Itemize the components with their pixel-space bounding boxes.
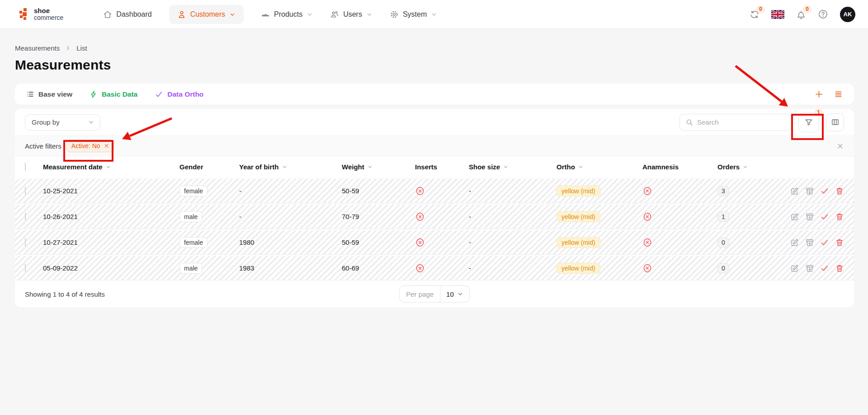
column-header-shoe-size[interactable]: Shoe size — [469, 163, 557, 171]
tab-data-ortho[interactable]: Data Ortho — [155, 90, 203, 98]
sync-button[interactable]: 0 — [750, 9, 760, 19]
nav-item-customers[interactable]: Customers — [169, 5, 244, 24]
column-header-ortho[interactable]: Ortho — [557, 163, 642, 171]
table-row: 10-26-2021male-70-79-yellow (mid)1 — [15, 203, 854, 229]
tab-basic-data[interactable]: Basic Data — [90, 90, 137, 98]
cell-weight: 60-69 — [342, 264, 415, 272]
approve-row-button[interactable] — [820, 238, 829, 247]
nav-item-products[interactable]: Products — [261, 10, 313, 19]
cell-weight: 50-59 — [342, 187, 415, 195]
approve-row-button[interactable] — [820, 212, 829, 221]
help-button[interactable] — [818, 9, 828, 19]
breadcrumb: Measurements List — [15, 44, 854, 52]
archive-row-button[interactable] — [805, 187, 814, 196]
delete-row-button[interactable] — [835, 264, 844, 273]
language-flag-uk[interactable] — [771, 10, 784, 19]
cell-measurement-date: 10-26-2021 — [43, 213, 179, 220]
user-avatar[interactable]: AK — [840, 7, 855, 22]
cell-year-of-birth: 1983 — [239, 264, 342, 272]
add-view-icon[interactable] — [814, 89, 824, 99]
top-navigation: shoe commerce Dashboard Customers Produc… — [0, 0, 868, 29]
delete-row-button[interactable] — [835, 187, 844, 196]
archive-row-button[interactable] — [805, 238, 814, 247]
orders-count-badge: 0 — [717, 263, 729, 273]
gender-badge: male — [179, 211, 202, 222]
nav-label-products: Products — [274, 10, 302, 19]
check-icon — [155, 90, 163, 98]
column-header-weight[interactable]: Weight — [342, 163, 415, 171]
table-body: 10-25-2021female-50-59-yellow (mid)310-2… — [15, 177, 854, 280]
chevron-down-icon — [88, 119, 94, 126]
per-page-select[interactable]: 10 — [440, 286, 469, 302]
breadcrumb-root[interactable]: Measurements — [15, 44, 60, 52]
per-page-label: Per page — [400, 286, 440, 302]
archive-row-button[interactable] — [805, 212, 814, 221]
anamnesis-no-icon — [642, 212, 717, 222]
per-page-value: 10 — [446, 290, 454, 298]
ortho-badge: yellow (mid) — [557, 263, 600, 274]
anamnesis-no-icon — [642, 186, 717, 196]
column-header-inserts[interactable]: Inserts — [415, 163, 469, 171]
results-summary: Showing 1 to 4 of 4 results — [25, 290, 105, 298]
delete-row-button[interactable] — [835, 212, 844, 221]
group-by-select[interactable]: Group by — [25, 114, 100, 131]
row-checkbox[interactable] — [25, 187, 26, 195]
nav-item-users[interactable]: Users — [330, 10, 373, 19]
remove-filter-icon[interactable]: ✕ — [104, 142, 109, 149]
row-checkbox[interactable] — [25, 264, 26, 272]
nav-item-dashboard[interactable]: Dashboard — [103, 10, 151, 19]
edit-row-button[interactable] — [790, 187, 799, 196]
tab-basic-data-label: Basic Data — [102, 90, 137, 98]
brand-logo[interactable]: shoe commerce — [18, 7, 63, 21]
gender-badge: male — [179, 263, 202, 274]
inserts-no-icon — [415, 263, 469, 273]
chevron-down-icon — [366, 11, 373, 18]
column-header-year-of-birth[interactable]: Year of birth — [239, 163, 342, 171]
row-checkbox[interactable] — [25, 238, 26, 247]
approve-row-button[interactable] — [820, 264, 829, 273]
users-icon — [330, 10, 339, 19]
select-all-checkbox[interactable] — [25, 163, 26, 171]
orders-count-badge: 3 — [717, 186, 729, 196]
chevron-down-icon — [431, 11, 437, 18]
column-header-orders[interactable]: Orders — [717, 163, 787, 171]
search-input[interactable] — [697, 118, 786, 126]
edit-row-button[interactable] — [790, 212, 799, 221]
clear-filters-button[interactable] — [836, 142, 844, 150]
notifications-badge: 0 — [803, 5, 811, 13]
page-content: Measurements List Measurements Base view… — [0, 44, 868, 308]
brand-logo-icon — [18, 8, 30, 21]
column-header-measurement-date[interactable]: Measurement date — [43, 163, 179, 171]
tab-data-ortho-label: Data Ortho — [167, 90, 203, 98]
table-row: 05-09-2022male198360-69-yellow (mid)0 — [15, 255, 854, 280]
sort-icon — [578, 164, 584, 170]
column-header-gender[interactable]: Gender — [179, 163, 239, 171]
column-header-anamnesis[interactable]: Anamnesis — [642, 163, 717, 171]
archive-row-button[interactable] — [805, 264, 814, 273]
edit-row-button[interactable] — [790, 264, 799, 273]
cell-weight: 70-79 — [342, 213, 415, 220]
filter-button[interactable]: 1 — [798, 112, 819, 132]
row-checkbox[interactable] — [25, 212, 26, 221]
brand-name-line1: shoe — [34, 7, 63, 14]
nav-item-system[interactable]: System — [390, 10, 437, 19]
nav-label-dashboard: Dashboard — [116, 10, 151, 19]
brand-name-line2: commerce — [34, 14, 63, 21]
approve-row-button[interactable] — [820, 187, 829, 196]
cell-measurement-date: 10-27-2021 — [43, 238, 179, 246]
table-header-row: Measurement date Gender Year of birth We… — [15, 156, 854, 177]
delete-row-button[interactable] — [835, 238, 844, 247]
list-icon — [26, 90, 34, 98]
tab-base-view[interactable]: Base view — [26, 90, 72, 98]
nav-label-system: System — [403, 10, 427, 19]
orders-count-badge: 1 — [717, 212, 729, 222]
filter-chip-active-no[interactable]: Active: No ✕ — [66, 140, 115, 152]
gender-badge: female — [179, 186, 208, 196]
view-list-icon[interactable] — [834, 89, 843, 99]
help-icon — [818, 9, 828, 19]
notifications-button[interactable]: 0 — [796, 9, 806, 19]
bolt-icon — [90, 90, 98, 98]
group-by-label: Group by — [32, 118, 60, 126]
edit-row-button[interactable] — [790, 238, 799, 247]
columns-button[interactable] — [826, 113, 844, 131]
